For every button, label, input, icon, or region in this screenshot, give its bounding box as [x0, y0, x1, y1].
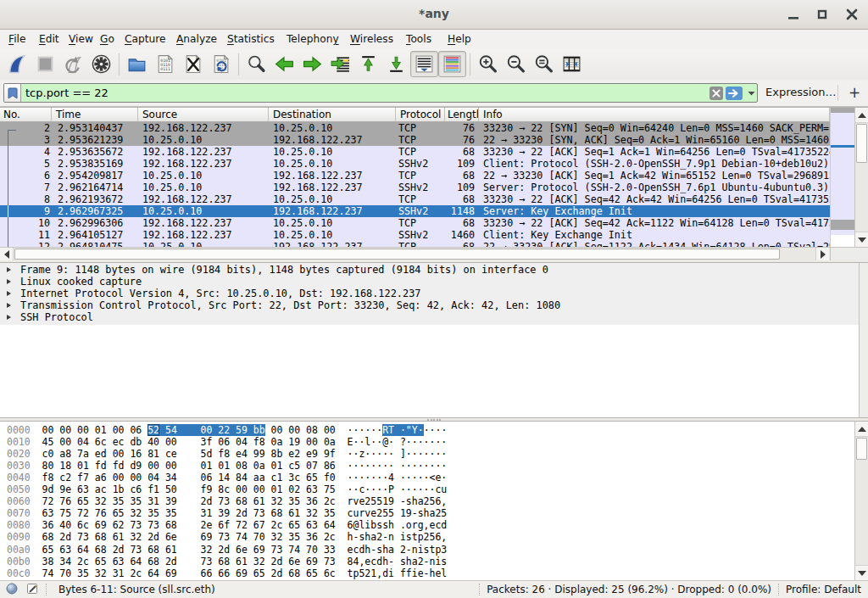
column-header-destination[interactable]: Destination	[270, 108, 396, 121]
auto-scroll-button[interactable]	[410, 51, 438, 77]
hex-row-0030[interactable]: 0030 80 18 01 fd fd d9 00 00 01 01 08 0a…	[7, 460, 854, 472]
menu-tools[interactable]: Tools	[400, 31, 437, 47]
hex-row-00b0[interactable]: 00b0 38 34 2c 65 63 64 68 2d 73 68 61 32…	[7, 556, 854, 567]
zoom-in-button[interactable]	[474, 51, 502, 77]
minimize-button[interactable]	[782, 5, 804, 24]
hex-row-0020[interactable]: 0020 c0 a8 7a ed 00 16 81 ce 5d f8 e4 99…	[7, 448, 854, 460]
packet-list-vscrollbar[interactable]	[854, 108, 868, 247]
bytes-vscrollbar[interactable]	[854, 422, 868, 580]
menu-capture[interactable]: Capture	[119, 31, 171, 47]
detail-row[interactable]: Linux cooked capture	[0, 276, 859, 288]
detail-row[interactable]: Transmission Control Protocol, Src Port:…	[0, 299, 859, 311]
hex-row-0010[interactable]: 0010 45 00 04 6c ec db 40 00 3f 06 04 f8…	[7, 436, 854, 448]
detail-row[interactable]: Frame 9: 1148 bytes on wire (9184 bits),…	[0, 264, 859, 276]
reload-file-button[interactable]: 010101100111	[207, 51, 235, 77]
scroll-right-button[interactable]	[815, 248, 829, 260]
zoom-out-button[interactable]	[502, 51, 530, 77]
colorize-button[interactable]	[438, 51, 466, 77]
hex-row-0040[interactable]: 0040 f8 c2 f7 a6 00 00 04 34 06 14 84 aa…	[7, 472, 854, 483]
intelligent-scrollbar-minimap[interactable]	[830, 108, 854, 247]
hex-gap	[336, 567, 348, 579]
hscroll-thumb[interactable]	[14, 249, 780, 260]
expand-triangle-icon[interactable]	[7, 267, 11, 272]
column-header-source[interactable]: Source	[139, 108, 269, 121]
close-file-button[interactable]	[179, 51, 207, 77]
save-file-button[interactable]: 010101100111	[151, 51, 179, 77]
go-forward-button[interactable]	[298, 51, 326, 77]
filter-text[interactable]: tcp.port == 22	[21, 87, 709, 99]
menu-analyze[interactable]: Analyze	[170, 31, 223, 47]
menu-telephony[interactable]: Telephony	[281, 31, 345, 47]
packet-row-11[interactable]: 112.964105127192.168.122.23710.25.0.10SS…	[0, 229, 830, 241]
hex-row-0060[interactable]: 0060 72 76 65 32 35 35 31 39 2d 73 68 61…	[7, 495, 854, 507]
packet-row-9[interactable]: 92.96296732510.25.0.10192.168.122.237SSH…	[0, 205, 830, 217]
filter-add-button[interactable]: +	[845, 82, 864, 103]
packet-row-3[interactable]: 32.95362123910.25.0.10192.168.122.237TCP…	[0, 134, 830, 146]
profile-text[interactable]: Profile: Default	[786, 584, 861, 595]
expand-triangle-icon[interactable]	[7, 279, 11, 284]
expand-triangle-icon[interactable]	[7, 303, 11, 308]
menu-go[interactable]: Go	[94, 31, 120, 47]
capture-comment-button[interactable]	[26, 582, 39, 597]
column-header-info[interactable]: Info	[480, 108, 830, 121]
packet-row-8[interactable]: 82.962193672192.168.122.23710.25.0.10TCP…	[0, 193, 830, 205]
close-button[interactable]	[841, 5, 863, 24]
find-packet-button[interactable]	[242, 51, 270, 77]
display-filter-input[interactable]: tcp.port == 22	[3, 83, 758, 103]
capture-options-button[interactable]	[87, 51, 115, 77]
detail-row[interactable]: SSH Protocol	[0, 311, 859, 323]
go-first-button[interactable]	[354, 51, 382, 77]
scroll-up-button[interactable]	[855, 422, 868, 437]
column-header-length[interactable]: Length	[446, 108, 479, 121]
scroll-left-button[interactable]	[0, 248, 14, 260]
hex-row-0070[interactable]: 0070 63 75 72 76 65 32 35 35 31 39 2d 73…	[7, 507, 854, 519]
hex-row-0090[interactable]: 0090 68 2d 73 68 61 32 2d 6e 69 73 74 70…	[7, 531, 854, 543]
packet-row-4[interactable]: 42.953635672192.168.122.23710.25.0.10TCP…	[0, 146, 830, 158]
zoom-original-button[interactable]	[530, 51, 558, 77]
hex-row-0080[interactable]: 0080 36 40 6c 69 62 73 73 68 2e 6f 72 67…	[7, 519, 854, 531]
filter-clear-button[interactable]	[709, 87, 723, 100]
detail-row[interactable]: Internet Protocol Version 4, Src: 10.25.…	[0, 288, 859, 299]
menu-statistics[interactable]: Statistics	[221, 31, 281, 47]
go-last-button[interactable]	[382, 51, 410, 77]
hex-row-00c0[interactable]: 00c0 74 70 35 32 31 2c 64 69 66 66 69 65…	[7, 567, 854, 579]
go-back-button[interactable]	[270, 51, 298, 77]
packet-row-10[interactable]: 102.962996306192.168.122.23710.25.0.10TC…	[0, 217, 830, 229]
packet-row-12[interactable]: 122.96481047510.25.0.10192.168.122.237TC…	[0, 241, 830, 247]
packet-list-hscrollbar[interactable]	[0, 247, 830, 260]
menu-wireless[interactable]: Wireless	[344, 31, 399, 47]
title-bar[interactable]: *any	[0, 0, 868, 30]
packet-row-2[interactable]: 22.953140437192.168.122.23710.25.0.10TCP…	[0, 122, 830, 134]
menu-file[interactable]: File	[3, 31, 31, 47]
stop-capture-button[interactable]	[31, 51, 59, 77]
hex-row-0000[interactable]: 0000 00 00 00 01 00 06 52 54 00 22 59 bb…	[7, 424, 854, 436]
column-header-no[interactable]: No.	[0, 108, 52, 121]
resize-columns-button[interactable]	[558, 51, 586, 77]
packet-row-6[interactable]: 62.95420981710.25.0.10192.168.122.237TCP…	[0, 170, 830, 182]
packet-row-5[interactable]: 52.953835169192.168.122.23710.25.0.10SSH…	[0, 158, 830, 170]
start-capture-button[interactable]	[3, 51, 31, 77]
scroll-down-button[interactable]	[855, 565, 868, 580]
column-header-protocol[interactable]: Protocol	[397, 108, 445, 121]
menu-edit[interactable]: Edit	[33, 31, 65, 47]
expert-info-button[interactable]	[6, 583, 18, 597]
packet-row-7[interactable]: 72.96216471410.25.0.10192.168.122.237SSH…	[0, 182, 830, 193]
filter-dropdown-caret[interactable]	[745, 84, 757, 102]
scroll-down-button[interactable]	[855, 232, 868, 247]
hex-row-0050[interactable]: 0050 9d 9e 63 ac 1b c6 f1 50 f9 8c 00 00…	[7, 483, 854, 495]
vscroll-thumb[interactable]	[856, 438, 867, 460]
hex-row-00a0[interactable]: 00a0 65 63 64 68 2d 73 68 61 32 2d 6e 69…	[7, 544, 854, 556]
expand-triangle-icon[interactable]	[7, 291, 11, 296]
expand-triangle-icon[interactable]	[7, 315, 11, 320]
vscroll-thumb[interactable]	[856, 124, 867, 163]
go-to-packet-button[interactable]	[326, 51, 354, 77]
menu-help[interactable]: Help	[442, 31, 477, 47]
scroll-up-button[interactable]	[855, 108, 868, 123]
maximize-button[interactable]	[811, 5, 833, 24]
filter-bookmark-button[interactable]	[4, 84, 21, 102]
filter-apply-button[interactable]	[726, 87, 743, 100]
restart-capture-button[interactable]	[59, 51, 87, 77]
open-file-button[interactable]	[123, 51, 151, 77]
column-header-time[interactable]: Time	[53, 108, 138, 121]
expression-button[interactable]: Expression…	[765, 86, 837, 98]
